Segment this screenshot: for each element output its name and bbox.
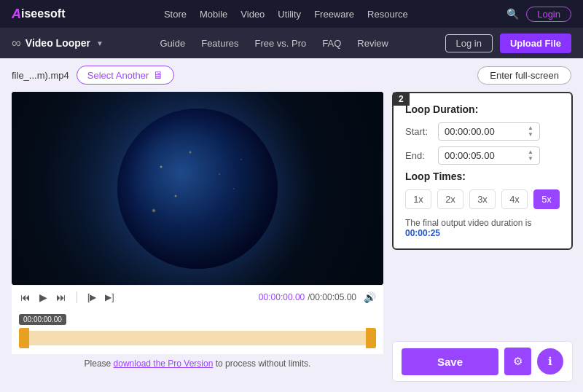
file-name: file_...m).mp4 [12,70,69,81]
pro-note-after: to process without limits. [213,358,310,369]
loop-5x-button[interactable]: 5x [533,189,560,209]
logo-text: iseesoft [21,7,65,20]
video-controls: ⏮ ▶ ⏭ [▶ ▶] 00:00:00.00 /00:00:05.00 🔊 [12,285,383,309]
logo: A iseesoft [12,7,65,22]
resource-link[interactable]: Resource [367,9,408,20]
right-panel: 2 Loop Duration: Start: 00:00:00.00 ▲ ▼ … [392,92,573,382]
select-another-label: Select Another [87,70,149,81]
top-login-button[interactable]: Login [526,7,571,22]
top-nav-right: 🔍 Login [506,7,571,22]
app-title: Video Looper [26,37,90,49]
file-bar-left: file_...m).mp4 Select Another 🖥 [12,66,174,85]
start-arrow-up[interactable]: ▲ [528,125,533,131]
settings-button[interactable]: ⚙ [504,348,531,375]
second-nav-right: Log in Upload File [445,34,571,53]
output-duration: 00:00:25 [405,228,440,238]
logo-letter-a: A [12,7,21,22]
review-link[interactable]: Review [357,38,388,49]
skip-back-button[interactable]: ⏮ [19,290,32,305]
total-time: /00:00:05.00 [308,292,356,302]
end-arrow-down[interactable]: ▼ [528,156,533,162]
chevron-down-icon[interactable]: ▼ [96,39,103,47]
box-number: 2 [393,93,410,106]
loop-duration-title: Loop Duration: [405,103,560,115]
timeline-background [19,331,376,345]
upload-file-button[interactable]: Upload File [500,34,571,53]
timeline-track[interactable] [19,328,376,348]
video-frame [12,92,383,285]
second-nav-links: Guide Features Free vs. Pro FAQ Review [160,38,388,49]
second-navbar: ∞ Video Looper ▼ Guide Features Free vs.… [0,28,583,58]
loop-2x-button[interactable]: 2x [437,189,463,209]
volume-icon[interactable]: 🔊 [364,291,376,303]
pro-note: Please download the Pro Version to proce… [12,358,383,369]
content-area: file_...m).mp4 Select Another 🖥 Enter fu… [0,58,583,392]
save-bar: Save ⚙ ℹ [392,341,573,382]
loop-3x-button[interactable]: 3x [469,189,496,209]
start-time-arrows[interactable]: ▲ ▼ [528,125,533,138]
video-section: ⏮ ▶ ⏭ [▶ ▶] 00:00:00.00 /00:00:05.00 🔊 0… [12,92,383,382]
earth-lights [117,109,278,269]
loop-4x-button[interactable]: 4x [501,189,528,209]
info-button[interactable]: ℹ [537,348,563,375]
output-note: The final output video duration is 00:00… [405,218,560,238]
end-label: End: [405,150,438,161]
loop-1x-button[interactable]: 1x [405,189,431,209]
end-time-value: 00:00:05.00 [445,150,495,161]
video-link[interactable]: Video [240,9,265,20]
timeline-area: 00:00:00.00 [12,309,383,354]
start-time-input[interactable]: 00:00:00.00 ▲ ▼ [438,122,540,141]
main-layout: ⏮ ▶ ⏭ [▶ ▶] 00:00:00.00 /00:00:05.00 🔊 0… [12,92,571,382]
mark-out-button[interactable]: ▶] [103,291,115,304]
fullscreen-button[interactable]: Enter full-screen [477,66,571,85]
monitor-icon: 🖥 [153,69,163,81]
skip-forward-button[interactable]: ⏭ [55,290,68,305]
end-time-arrows[interactable]: ▲ ▼ [528,149,533,162]
loop-times-buttons: 1x 2x 3x 4x 5x [405,189,560,209]
features-link[interactable]: Features [201,38,238,49]
faq-link[interactable]: FAQ [322,38,341,49]
pro-version-link[interactable]: download the Pro Version [114,358,214,369]
freeware-link[interactable]: Freeware [314,9,354,20]
time-badge: 00:00:00.00 [19,314,66,325]
top-navbar: A iseesoft Store Mobile Video Utility Fr… [0,0,583,28]
select-another-button[interactable]: Select Another 🖥 [77,66,175,85]
save-button[interactable]: Save [402,348,498,375]
infinity-icon: ∞ [12,36,21,51]
mark-in-button[interactable]: [▶ [86,291,98,304]
start-arrow-down[interactable]: ▼ [528,132,533,138]
start-time-value: 00:00:00.00 [445,126,495,137]
mobile-link[interactable]: Mobile [200,9,227,20]
top-nav-links: Store Mobile Video Utility Freeware Reso… [164,9,408,20]
timeline-handle-right[interactable] [366,328,376,348]
end-arrow-up[interactable]: ▲ [528,149,533,155]
search-icon[interactable]: 🔍 [506,8,519,20]
end-time-input[interactable]: 00:00:05.00 ▲ ▼ [438,146,540,165]
start-label: Start: [405,126,438,137]
controls-left: ⏮ ▶ ⏭ [▶ ▶] [19,290,116,305]
loop-times-title: Loop Times: [405,170,560,182]
output-note-text: The final output video duration is [405,218,531,228]
current-time: 00:00:00.00 [259,292,305,302]
login-button[interactable]: Log in [445,34,493,52]
time-area: 00:00:00.00 /00:00:05.00 🔊 [259,291,376,303]
second-nav-left: ∞ Video Looper ▼ [12,36,103,51]
store-link[interactable]: Store [164,9,187,20]
file-bar: file_...m).mp4 Select Another 🖥 Enter fu… [12,66,571,85]
timeline-handle-left[interactable] [19,328,29,348]
end-field: End: 00:00:05.00 ▲ ▼ [405,146,560,165]
video-player[interactable] [12,92,383,285]
controls-separator [77,291,77,303]
guide-link[interactable]: Guide [160,38,186,49]
free-vs-pro-link[interactable]: Free vs. Pro [255,38,307,49]
loop-settings-box: 2 Loop Duration: Start: 00:00:00.00 ▲ ▼ … [392,92,573,250]
start-field: Start: 00:00:00.00 ▲ ▼ [405,122,560,141]
pro-note-before: Please [85,358,114,369]
play-button[interactable]: ▶ [38,290,49,305]
utility-link[interactable]: Utility [278,9,301,20]
